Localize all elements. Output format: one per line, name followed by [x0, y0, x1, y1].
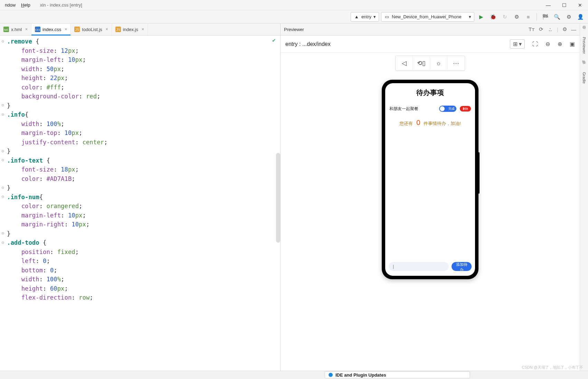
watermark: CSDN @天塌了，地陷了，小布丁不	[522, 365, 583, 370]
window-controls: — ☐ ✕	[540, 0, 588, 10]
stop-button[interactable]: ■	[523, 12, 533, 22]
tab-todoList-js[interactable]: JStodoList.js×	[71, 23, 112, 35]
fold-toggle[interactable]: ⊖	[1, 113, 4, 116]
crop-icon[interactable]: ⛶	[532, 41, 538, 47]
svg-text:JS: JS	[116, 28, 120, 31]
main-toolbar: ▲ entry ▾ ▭ New_Device_from_Huawei_Phone…	[0, 10, 588, 23]
fullscreen-icon[interactable]: ▣	[570, 41, 575, 47]
font-icon[interactable]: Tᴛ	[529, 26, 535, 32]
add-todo-input[interactable]	[389, 262, 449, 271]
light-mode-icon[interactable]: ☼	[430, 56, 447, 70]
info-num: 0	[416, 119, 420, 127]
window-title: xin - index.css [entry]	[40, 2, 82, 8]
update-notification[interactable]: IDE and Plugin Updates	[325, 371, 470, 378]
device-label: New_Device_from_Huawei_Phone	[392, 14, 462, 19]
module-label: entry	[361, 14, 371, 19]
file-icon: hml	[3, 27, 9, 32]
rail-previewer-tab[interactable]: Previewer	[582, 37, 586, 54]
tab-index-css[interactable]: cssindex.css×	[31, 23, 71, 35]
editor-pane: hmlx.hml×cssindex.css×JStodoList.js×JSin…	[0, 23, 281, 371]
multi-device-selector[interactable]: ⊞ ▾	[510, 39, 525, 49]
notification-text: IDE and Plugin Updates	[335, 372, 386, 378]
menubar: ndow Help xin - index.css [entry] — ☐ ✕	[0, 0, 588, 10]
gear-icon[interactable]: ⚙	[562, 26, 567, 32]
close-button[interactable]: ✕	[572, 0, 588, 10]
tab-label: index.js	[123, 27, 138, 32]
status-bar	[0, 371, 588, 379]
fold-toggle[interactable]: ⊖	[1, 232, 4, 235]
rail-gradle-icon[interactable]: 🐘	[582, 60, 587, 65]
svg-text:css: css	[35, 28, 40, 31]
add-todo-bar: 添加待办	[389, 261, 472, 272]
file-icon: JS	[115, 27, 121, 32]
minimize-icon[interactable]: —	[571, 27, 576, 32]
delete-button[interactable]: 删除	[460, 106, 471, 111]
preview-canvas: ◁ ⟲▯ ☼ ⋯ 待办事项 和朋友一起聚餐 完成 删除 您还有 0	[281, 53, 580, 371]
filter-icon[interactable]: ⛬	[548, 27, 553, 32]
chevron-down-icon: ▾	[469, 14, 471, 19]
rotate-icon[interactable]: ⟲▯	[413, 56, 430, 70]
run-button[interactable]: ▶	[476, 12, 486, 22]
coverage-button[interactable]: ↻	[500, 12, 510, 22]
device-selector[interactable]: ▭ New_Device_from_Huawei_Phone ▾	[381, 12, 474, 22]
info-post: 件事情待办，加油!	[424, 120, 461, 127]
file-icon: JS	[74, 27, 80, 32]
code-content: .remove { font-size: 12px; margin-left: …	[0, 36, 280, 302]
tab-index-js[interactable]: JSindex.js×	[112, 23, 148, 35]
max-button[interactable]: ☐	[556, 0, 572, 10]
fold-toggle[interactable]: ⊖	[1, 149, 4, 153]
code-gutter: ⊖⊖⊖⊖⊖⊖⊖⊖⊖	[0, 36, 6, 371]
refresh-icon[interactable]: ⟳	[539, 26, 543, 32]
info-dot-icon	[329, 373, 333, 377]
previewer-header: Previewer Tᴛ ⟳ ⛬ | ⚙ —	[281, 23, 580, 36]
close-icon[interactable]: ×	[106, 27, 108, 32]
menu-help[interactable]: Help	[18, 1, 33, 9]
fold-toggle[interactable]: ⊖	[1, 104, 4, 107]
svg-text:JS: JS	[75, 28, 79, 31]
more-icon[interactable]: ⋯	[447, 56, 465, 70]
fold-toggle[interactable]: ⊖	[1, 158, 4, 162]
right-tool-rail: ◎ Previewer 🐘 Gradle	[580, 23, 588, 371]
tab-label: index.css	[42, 27, 61, 32]
code-area[interactable]: ✔ .remove { font-size: 12px; margin-left…	[0, 36, 280, 371]
close-icon[interactable]: ×	[25, 27, 28, 32]
module-selector[interactable]: ▲ entry ▾	[351, 12, 379, 22]
fold-toggle[interactable]: ⊖	[1, 241, 4, 244]
debug-button[interactable]: 🐞	[488, 12, 498, 22]
min-button[interactable]: —	[540, 0, 556, 10]
device-screen: 待办事项 和朋友一起聚餐 完成 删除 您还有 0 件事情待办，加油! 添加待办	[385, 83, 475, 276]
previewer-title: Previewer	[284, 27, 304, 32]
route-label: entry : ...dex/index	[285, 41, 331, 47]
chevron-down-icon: ▾	[373, 14, 376, 19]
fold-toggle[interactable]: ⊖	[1, 186, 4, 189]
minimap-scroll[interactable]	[276, 153, 280, 243]
zoom-out-icon[interactable]: ⊖	[546, 41, 550, 47]
complete-switch[interactable]: 完成	[439, 106, 456, 112]
rail-eye-icon[interactable]: ◎	[582, 25, 586, 29]
menu-window[interactable]: ndow	[2, 1, 18, 9]
todo-text: 和朋友一起聚餐	[389, 106, 418, 112]
settings-button[interactable]: ⚙	[564, 12, 573, 22]
editor-tabs: hmlx.hml×cssindex.css×JStodoList.js×JSin…	[0, 23, 280, 36]
info-text: 您还有 0 件事情待办，加油!	[385, 119, 475, 127]
search-button[interactable]: 🔍	[552, 12, 562, 22]
close-icon[interactable]: ×	[142, 27, 144, 32]
device-frame: 待办事项 和朋友一起聚餐 完成 删除 您还有 0 件事情待办，加油! 添加待办	[382, 80, 478, 279]
account-button[interactable]: 👤	[576, 12, 585, 22]
tab-label: x.hml	[11, 27, 22, 32]
structure-button[interactable]: 🏁	[540, 12, 550, 22]
tab-x-hml[interactable]: hmlx.hml×	[0, 23, 31, 35]
info-pre: 您还有	[399, 120, 413, 127]
profile-button[interactable]: ⚙	[512, 12, 521, 22]
rail-gradle-tab[interactable]: Gradle	[582, 72, 586, 84]
add-todo-button[interactable]: 添加待办	[452, 262, 472, 271]
close-icon[interactable]: ×	[65, 27, 67, 32]
zoom-in-icon[interactable]: ⊕	[558, 41, 562, 47]
module-icon: ▲	[354, 14, 359, 20]
back-icon[interactable]: ◁	[396, 56, 413, 70]
device-side-button	[478, 152, 480, 194]
device-icon: ▭	[384, 14, 390, 20]
fold-toggle[interactable]: ⊖	[1, 39, 4, 43]
fold-toggle[interactable]: ⊖	[1, 195, 4, 198]
app-title: 待办事项	[385, 88, 475, 97]
